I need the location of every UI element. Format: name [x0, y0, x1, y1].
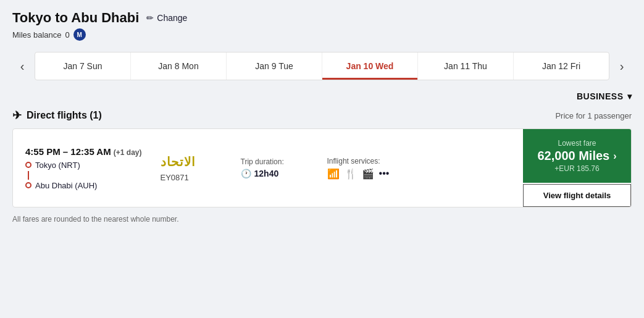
more-services-icon: ••• — [379, 168, 390, 179]
trip-duration-label: Trip duration: — [241, 157, 309, 166]
section-header: ✈ Direct flights (1) Price for 1 passeng… — [12, 109, 632, 122]
next-arrow-icon: › — [620, 59, 624, 73]
cabin-dropdown-button[interactable]: BUSINESS ▾ — [577, 91, 632, 101]
chevron-right-icon: › — [613, 151, 616, 162]
origin-dot — [25, 162, 31, 168]
route-title: Tokyo to Abu Dhabi — [12, 10, 139, 26]
trip-duration-value: 🕐 12h40 — [241, 169, 309, 178]
flight-card: 4:55 PM – 12:35 AM (+1 day) Tokyo (NRT) … — [12, 128, 632, 207]
cabin-selector: BUSINESS ▾ — [12, 91, 632, 101]
direct-flights-text: Direct flights (1) — [27, 110, 102, 121]
date-cell-jan9[interactable]: Jan 9 Tue — [227, 52, 322, 80]
footnote: All fares are rounded to the nearest who… — [12, 215, 632, 224]
lowest-fare-label: Lowest fare — [558, 139, 596, 148]
dates-strip: Jan 7 Sun Jan 8 Mon Jan 9 Tue Jan 10 Wed… — [35, 52, 609, 80]
price-per-passenger: Price for 1 passenger — [555, 111, 632, 120]
miles-amount-row: 62,000 Miles › — [537, 149, 616, 163]
eur-surcharge: +EUR 185.76 — [554, 164, 599, 173]
origin-stop: Tokyo (NRT) — [25, 161, 142, 170]
meal-icon: 🍴 — [345, 168, 357, 180]
origin-label: Tokyo (NRT) — [35, 161, 80, 170]
date-cell-jan11[interactable]: Jan 11 Thu — [418, 52, 514, 80]
date-cell-jan8[interactable]: Jan 8 Mon — [131, 52, 227, 80]
airline-logo: الاتحاد — [161, 154, 222, 169]
lowest-fare-panel[interactable]: Lowest fare 62,000 Miles › +EUR 185.76 — [523, 129, 631, 183]
date-navigation: ‹ Jan 7 Sun Jan 8 Mon Jan 9 Tue Jan 10 W… — [12, 51, 632, 82]
miles-icon: M — [73, 28, 86, 41]
date-cell-jan10[interactable]: Jan 10 Wed — [322, 52, 418, 80]
page-header: Tokyo to Abu Dhabi ✏ Change Miles balanc… — [12, 10, 632, 41]
flight-main-info: 4:55 PM – 12:35 AM (+1 day) Tokyo (NRT) … — [13, 129, 523, 207]
inflight-label: Inflight services: — [327, 157, 414, 165]
destination-dot — [25, 182, 31, 188]
change-button[interactable]: ✏ Change — [146, 13, 187, 23]
flight-number: EY0871 — [161, 173, 222, 182]
date-cell-jan12[interactable]: Jan 12 Fri — [514, 52, 609, 80]
cabin-label: BUSINESS — [577, 91, 624, 101]
trip-duration-info: Trip duration: 🕐 12h40 — [241, 157, 309, 178]
miles-amount: 62,000 Miles — [537, 149, 609, 163]
inflight-services: Inflight services: 📶 🍴 🎬 ••• — [327, 157, 414, 180]
price-side: Lowest fare 62,000 Miles › +EUR 185.76 V… — [523, 129, 631, 207]
airline-info: الاتحاد EY0871 — [161, 154, 222, 182]
view-flight-details-button[interactable]: View flight details — [523, 184, 631, 207]
miles-balance-row: Miles balance 0 M — [12, 28, 632, 41]
prev-arrow-icon: ‹ — [20, 59, 25, 73]
plane-icon: ✈ — [12, 109, 22, 122]
entertainment-icon: 🎬 — [362, 168, 374, 180]
pencil-icon: ✏ — [146, 13, 154, 23]
wifi-icon: 📶 — [327, 168, 340, 180]
destination-stop: Abu Dhabi (AUH) — [25, 181, 142, 190]
next-date-button[interactable]: › — [612, 51, 632, 82]
next-day-badge: (+1 day) — [114, 148, 142, 157]
date-cell-jan7[interactable]: Jan 7 Sun — [35, 52, 131, 80]
change-label: Change — [157, 13, 187, 23]
miles-balance-value: 0 — [65, 30, 70, 40]
miles-balance-label: Miles balance — [12, 30, 62, 40]
route-visual: Tokyo (NRT) Abu Dhabi (AUH) — [25, 161, 142, 190]
prev-date-button[interactable]: ‹ — [12, 51, 32, 82]
cabin-arrow-icon: ▾ — [627, 91, 632, 101]
flight-time-route: 4:55 PM – 12:35 AM (+1 day) Tokyo (NRT) … — [25, 146, 142, 190]
flight-time-range: 4:55 PM – 12:35 AM (+1 day) — [25, 146, 142, 157]
clock-icon: 🕐 — [241, 169, 251, 178]
route-line — [28, 171, 29, 180]
destination-label: Abu Dhabi (AUH) — [35, 181, 97, 190]
inflight-icons: 📶 🍴 🎬 ••• — [327, 168, 414, 180]
direct-flights-label: ✈ Direct flights (1) — [12, 109, 102, 122]
